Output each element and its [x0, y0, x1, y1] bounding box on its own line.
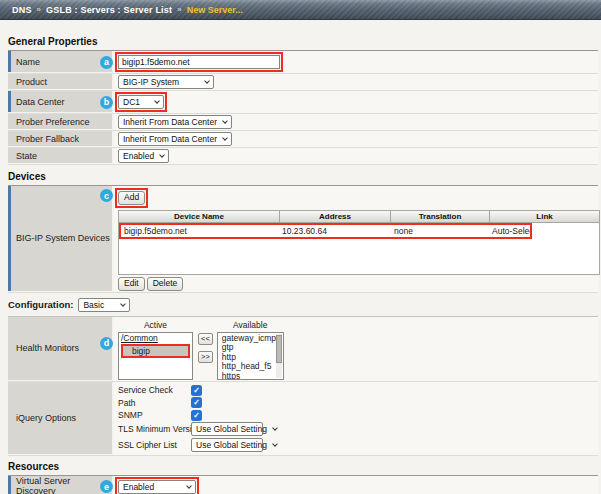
- prober-preference-select[interactable]: Inherit From Data Center: [118, 115, 232, 129]
- general-properties-title: General Properties: [8, 20, 598, 51]
- step-badge-a: a: [100, 56, 113, 69]
- virtual-server-discovery-label: Virtual Server Discovery: [8, 476, 114, 494]
- breadcrumb-separator: »: [37, 5, 41, 14]
- chevron-down-icon: [186, 483, 192, 489]
- prober-preference-label: Prober Preference: [8, 114, 114, 130]
- prober-fallback-row: Prober Fallback Inherit From Data Center: [8, 131, 598, 148]
- path-checkbox[interactable]: [191, 397, 202, 408]
- chevron-down-icon: [222, 118, 228, 124]
- step-badge-d: d: [100, 337, 113, 350]
- column-link[interactable]: Link: [490, 210, 600, 223]
- step-badge-b: b: [100, 96, 113, 109]
- active-list-caption: Active: [118, 320, 193, 330]
- snmp-checkbox[interactable]: [191, 410, 202, 421]
- data-center-select[interactable]: DC1: [118, 95, 164, 109]
- path-label: Path: [118, 398, 191, 408]
- data-center-label: Data Center: [8, 91, 114, 113]
- prober-fallback-label: Prober Fallback: [8, 131, 114, 147]
- chevron-down-icon: [222, 135, 228, 141]
- device-row[interactable]: bigip.f5demo.net 10.23.60.64 none Auto-S…: [119, 223, 532, 239]
- available-monitors-listbox[interactable]: gateway_icmp gtp http http_head_f5 https: [217, 332, 284, 380]
- iquery-options-row: iQuery Options Service Check Path SNMP T…: [8, 382, 598, 456]
- tls-minimum-version-select[interactable]: Use Global Setting: [191, 422, 263, 436]
- bigip-system-devices-row: BIG-IP System Devices c Add Device Name …: [8, 186, 598, 293]
- edit-device-button[interactable]: Edit: [118, 277, 145, 291]
- resources-title: Resources: [8, 456, 598, 476]
- health-monitors-label: Health Monitors: [8, 317, 114, 381]
- name-row: Name a: [8, 51, 598, 74]
- move-to-active-button[interactable]: <<: [198, 333, 213, 345]
- virtual-server-discovery-row: Virtual Server Discovery e Enabled: [8, 476, 598, 494]
- service-check-checkbox[interactable]: [191, 385, 202, 396]
- chevron-down-icon: [272, 425, 278, 431]
- devices-title: Devices: [8, 165, 598, 186]
- chevron-down-icon: [159, 152, 165, 158]
- state-select[interactable]: Enabled: [118, 149, 169, 163]
- active-monitor-item[interactable]: bigip: [123, 346, 188, 356]
- service-check-label: Service Check: [118, 385, 191, 395]
- name-highlight: [115, 52, 283, 72]
- add-button-highlight: Add: [115, 188, 148, 208]
- bigip-system-devices-label: BIG-IP System Devices: [8, 186, 114, 292]
- chevron-down-icon: [272, 441, 278, 447]
- move-to-available-button[interactable]: >>: [198, 351, 213, 363]
- chevron-down-icon: [154, 98, 160, 104]
- step-badge-c: c: [100, 189, 113, 202]
- configuration-select[interactable]: Basic: [78, 298, 130, 312]
- step-badge-e: e: [100, 480, 113, 493]
- state-row: State Enabled: [8, 148, 598, 165]
- virtual-server-discovery-select[interactable]: Enabled: [118, 480, 196, 494]
- ssl-cipher-list-select[interactable]: Use Global Setting: [191, 438, 263, 452]
- devices-list[interactable]: bigip.f5demo.net 10.23.60.64 none Auto-S…: [118, 223, 600, 275]
- device-link-cell: Auto-Select: [489, 225, 530, 237]
- breadcrumb-root[interactable]: DNS: [12, 5, 32, 15]
- data-center-row: Data Center b DC1: [8, 91, 598, 114]
- monitor-partition-group: /Common: [119, 333, 192, 343]
- column-translation[interactable]: Translation: [391, 210, 490, 223]
- data-center-highlight: DC1: [115, 92, 167, 112]
- state-label: State: [8, 148, 114, 164]
- column-address[interactable]: Address: [280, 210, 391, 223]
- breadcrumb-current: New Server...: [187, 5, 243, 15]
- available-list-scrollbar[interactable]: [276, 334, 282, 378]
- configuration-label: Configuration:: [8, 299, 73, 310]
- prober-preference-row: Prober Preference Inherit From Data Cent…: [8, 114, 598, 131]
- device-translation-cell: none: [391, 225, 489, 237]
- scrollbar-thumb[interactable]: [276, 335, 282, 363]
- product-select[interactable]: BIG-IP System: [118, 75, 214, 89]
- active-monitor-highlight: bigip: [121, 344, 190, 358]
- chevron-down-icon: [204, 78, 210, 84]
- prober-fallback-select[interactable]: Inherit From Data Center: [118, 132, 232, 146]
- available-list-caption: Available: [217, 320, 284, 330]
- device-address-cell: 10.23.60.64: [279, 225, 391, 237]
- breadcrumb: DNS » GSLB : Servers : Server List » New…: [0, 0, 601, 20]
- add-device-button[interactable]: Add: [118, 191, 145, 205]
- devices-table-header: Device Name Address Translation Link: [118, 210, 600, 223]
- snmp-label: SNMP: [118, 410, 191, 420]
- product-row: Product BIG-IP System: [8, 74, 598, 91]
- name-input[interactable]: [118, 55, 280, 69]
- tls-minimum-version-label: TLS Minimum Version: [118, 424, 191, 434]
- devices-table: Device Name Address Translation Link big…: [118, 210, 600, 275]
- device-name-cell: bigip.f5demo.net: [121, 225, 279, 237]
- health-monitors-row: Health Monitors d Active /Common bigip <…: [8, 317, 598, 382]
- breadcrumb-separator: »: [177, 5, 181, 14]
- breadcrumb-section[interactable]: GSLB : Servers : Server List: [46, 5, 172, 15]
- available-monitor-item[interactable]: https: [222, 372, 274, 380]
- active-monitors-listbox[interactable]: /Common bigip: [118, 332, 193, 380]
- product-label: Product: [8, 74, 114, 90]
- virtual-server-discovery-highlight: Enabled: [115, 477, 199, 494]
- iquery-options-label: iQuery Options: [8, 382, 114, 455]
- delete-device-button[interactable]: Delete: [147, 277, 184, 291]
- column-device-name[interactable]: Device Name: [118, 210, 280, 223]
- ssl-cipher-list-label: SSL Cipher List: [118, 440, 191, 450]
- chevron-down-icon: [121, 301, 127, 307]
- name-label: Name: [8, 51, 114, 73]
